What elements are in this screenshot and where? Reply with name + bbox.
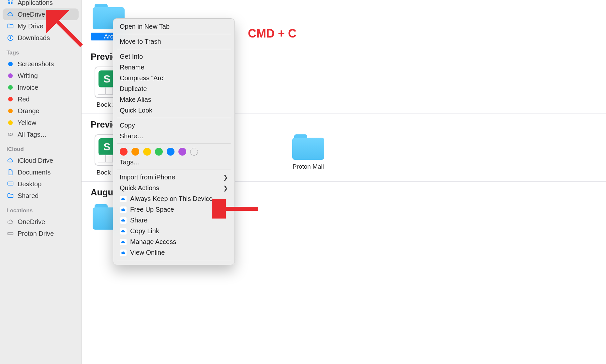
menu-separator: [117, 34, 231, 34]
menu-label: Copy Link: [130, 227, 159, 235]
sidebar-item-label: iCloud Drive: [18, 157, 53, 164]
document-icon: [7, 168, 14, 176]
menu-label: Free Up Space: [130, 206, 174, 213]
sidebar-item-label: All Tags…: [18, 131, 47, 138]
sidebar-tag-invoice[interactable]: Invoice: [3, 82, 79, 93]
menu-label: Tags…: [120, 159, 140, 166]
sidebar-item-applications[interactable]: Applications: [3, 0, 79, 8]
menu-separator: [117, 144, 231, 144]
menu-label: Duplicate: [120, 85, 147, 93]
desktop-icon: [7, 180, 14, 188]
menu-label: Open in New Tab: [120, 23, 170, 30]
tag-purple-pick[interactable]: [178, 148, 186, 156]
annotation-arrow-to-onedrive: [46, 10, 88, 52]
menu-label: Share…: [120, 132, 144, 140]
menu-separator: [117, 49, 231, 49]
sidebar-loc-onedrive[interactable]: OneDrive: [3, 216, 79, 228]
menu-view-online[interactable]: View Online: [113, 247, 235, 258]
menu-label: Quick Actions: [120, 184, 159, 192]
sidebar-section-icloud: iCloud: [3, 140, 79, 155]
sidebar-item-label: Red: [18, 96, 30, 103]
menu-quick-actions[interactable]: Quick Actions ❯: [113, 183, 235, 193]
tag-dot-icon: [7, 72, 14, 80]
chevron-right-icon: ❯: [223, 185, 228, 192]
menu-tag-colors: [113, 146, 235, 157]
sidebar-tag-orange[interactable]: Orange: [3, 105, 79, 117]
menu-compress[interactable]: Compress “Arc”: [113, 73, 235, 83]
sidebar-loc-protondrive[interactable]: Proton Drive: [3, 228, 79, 239]
menu-tags[interactable]: Tags…: [113, 157, 235, 168]
sidebar-item-label: Yellow: [18, 119, 36, 127]
cloud-icon: [7, 157, 14, 164]
sidebar-tag-writing[interactable]: Writing: [3, 70, 79, 82]
file-item-protonmail-folder[interactable]: Proton Mail: [290, 134, 326, 176]
menu-get-info[interactable]: Get Info: [113, 51, 235, 62]
sidebar-item-label: Documents: [18, 169, 51, 176]
menu-quick-look[interactable]: Quick Look: [113, 105, 235, 116]
menu-separator: [117, 260, 231, 260]
sidebar-item-iclouddrive[interactable]: iCloud Drive: [3, 155, 79, 166]
svg-line-7: [52, 16, 82, 46]
tag-red-pick[interactable]: [120, 148, 128, 156]
onedrive-cloud-icon: [120, 249, 127, 256]
sidebar-item-documents[interactable]: Documents: [3, 166, 79, 178]
folder-icon: [7, 22, 14, 30]
menu-copy[interactable]: Copy: [113, 120, 235, 131]
menu-duplicate[interactable]: Duplicate: [113, 83, 235, 94]
menu-import-from-iphone[interactable]: Import from iPhone ❯: [113, 172, 235, 183]
sidebar-section-locations: Locations: [3, 202, 79, 216]
menu-copy-link[interactable]: Copy Link: [113, 226, 235, 236]
applications-icon: [7, 0, 14, 7]
all-tags-icon: [7, 130, 14, 138]
file-label: Proton Mail: [290, 163, 326, 170]
menu-share[interactable]: Share…: [113, 131, 235, 142]
onedrive-cloud-icon: [120, 238, 127, 246]
shared-folder-icon: [7, 192, 14, 200]
onedrive-cloud-icon: [120, 228, 127, 235]
svg-point-2: [10, 133, 12, 136]
cloud-icon: [7, 218, 14, 226]
sidebar-item-desktop[interactable]: Desktop: [3, 178, 79, 190]
menu-label: Move to Trash: [120, 38, 161, 45]
sidebar-tag-yellow[interactable]: Yellow: [3, 117, 79, 129]
tag-blue-pick[interactable]: [167, 148, 174, 156]
sidebar: Applications OneDrive My Drive Downloads…: [0, 0, 82, 364]
menu-make-alias[interactable]: Make Alias: [113, 94, 235, 105]
tag-orange-pick[interactable]: [131, 148, 139, 156]
download-icon: [7, 34, 14, 42]
menu-move-to-trash[interactable]: Move to Trash: [113, 36, 235, 47]
tag-green-pick[interactable]: [155, 148, 163, 156]
tag-yellow-pick[interactable]: [143, 148, 151, 156]
menu-separator: [117, 170, 231, 170]
menu-rename[interactable]: Rename: [113, 62, 235, 73]
onedrive-cloud-icon: [120, 195, 127, 203]
sidebar-tag-red[interactable]: Red: [3, 93, 79, 105]
sidebar-tag-all[interactable]: All Tags…: [3, 129, 79, 140]
tag-none-pick[interactable]: [190, 148, 198, 156]
annotation-arrow-to-always-keep: [212, 199, 264, 219]
sidebar-item-label: Invoice: [18, 84, 38, 91]
sidebar-item-label: Downloads: [18, 34, 50, 42]
menu-label: Compress “Arc”: [120, 74, 165, 82]
sidebar-item-label: OneDrive: [18, 218, 45, 226]
tag-dot-icon: [7, 60, 14, 68]
cloud-icon: [7, 10, 14, 18]
menu-label: Share: [130, 217, 147, 224]
menu-label: Manage Access: [130, 238, 176, 246]
sidebar-item-label: Proton Drive: [18, 230, 54, 237]
onedrive-cloud-icon: [120, 217, 127, 224]
menu-manage-access[interactable]: Manage Access: [113, 236, 235, 247]
tag-dot-icon: [7, 83, 14, 91]
sidebar-item-label: Shared: [18, 192, 39, 200]
menu-label: Get Info: [120, 53, 143, 60]
sidebar-item-label: My Drive: [18, 23, 43, 30]
menu-open-new-tab[interactable]: Open in New Tab: [113, 21, 235, 32]
tag-dot-icon: [7, 119, 14, 127]
menu-label: Rename: [120, 64, 144, 71]
svg-point-6: [9, 233, 9, 234]
sidebar-tag-screenshots[interactable]: Screenshots: [3, 58, 79, 70]
sidebar-item-label: Writing: [18, 72, 38, 80]
sidebar-item-label: OneDrive: [18, 11, 45, 18]
sidebar-item-label: Screenshots: [18, 60, 54, 68]
sidebar-item-shared[interactable]: Shared: [3, 190, 79, 202]
